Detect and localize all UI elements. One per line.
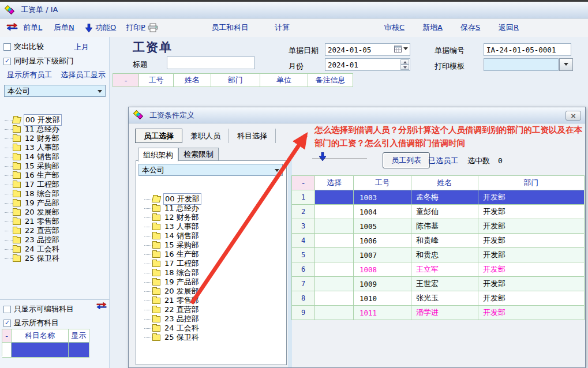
tree-item-11[interactable]: 11 总经办 [2,125,62,134]
tree-item-12[interactable]: 12 财务部 [2,134,62,143]
tree-item-16[interactable]: 16 生产部 [142,250,201,259]
tree-item-21[interactable]: 21 零售部 [142,296,201,305]
printer-icon[interactable] [147,23,159,34]
column-header[interactable]: 科目名称 [12,329,69,343]
tree-item-19[interactable]: 19 产品部 [142,277,201,287]
tree-item-22[interactable]: 22 直营部 [2,226,62,235]
spinner-down-icon[interactable] [400,65,409,70]
column-header[interactable]: 姓名 [174,74,211,87]
employee-id-cell: 1008 [354,262,411,277]
down-arrow-icon[interactable] [85,24,92,34]
tree-item-24[interactable]: 24 工会科 [2,245,62,254]
dropdown-arrow-icon[interactable] [403,47,408,52]
tree-item-21[interactable]: 21 零售部 [2,217,62,226]
tab-subject-select[interactable]: 科目选择 [229,129,276,143]
tree-item-14[interactable]: 14 销售部 [142,231,201,241]
selected-employees-link[interactable]: 已选员工 [428,156,458,166]
swap-icon[interactable] [96,302,107,311]
functions-button[interactable]: 功能O [95,22,116,33]
employee-list-button[interactable]: 员工列表 [383,152,430,168]
tree-item-11[interactable]: 11 总经办 [142,204,201,213]
last-month-link[interactable]: 上月 [74,42,89,52]
tree-item-23[interactable]: 23 品控部 [2,235,62,245]
column-header[interactable]: - [292,176,315,190]
subtab-org-structure[interactable]: 组织架构 [138,148,178,162]
close-icon[interactable]: × [565,111,581,121]
select-cell[interactable] [315,205,354,219]
select-cell[interactable] [315,262,354,277]
tree-item-23[interactable]: 23 品控部 [142,314,201,324]
column-header[interactable]: 部门 [211,74,260,87]
doc-no-input[interactable]: IA-24-01-05-0001 [484,43,571,56]
tree-item-17[interactable]: 17 工程部 [2,180,62,189]
month-input[interactable]: 2024-01 [325,58,410,71]
tab-part-time[interactable]: 兼职人员 [182,129,229,143]
staff-subjects-button[interactable]: 员工和科目 [211,22,249,33]
doc-date-input[interactable]: 2024-01-05 [325,43,410,56]
dropdown-arrow-icon[interactable] [559,58,573,71]
caption-input[interactable] [167,57,255,69]
add-button[interactable]: 新增A [422,22,443,33]
show-sub-depts-checkbox[interactable] [3,58,11,65]
column-header[interactable]: 单位 [260,74,308,87]
tree-item-00[interactable]: 00 开发部 [2,115,62,125]
column-header[interactable]: 部门 [478,176,585,190]
tree-item-16[interactable]: 16 生产部 [2,171,62,180]
column-header[interactable]: 工号 [354,176,411,190]
show-all-subjects-checkbox[interactable] [3,320,11,327]
column-header[interactable]: 选择 [315,176,354,190]
tree-item-15[interactable]: 15 采购部 [142,241,201,250]
select-cell[interactable] [315,306,354,320]
tree-item-20[interactable]: 20 发展部 [142,287,201,296]
print-template-select[interactable] [484,58,559,71]
calendar-icon[interactable] [394,46,402,54]
tree-item-12[interactable]: 12 财务部 [142,213,201,222]
audit-button[interactable]: 审核C [384,22,405,33]
next-doc-button[interactable]: 后单N [54,22,74,33]
company-select[interactable]: 本公司 [4,85,106,97]
tree-item-25[interactable]: 25 保卫科 [2,254,62,263]
print-button[interactable]: 打印P [126,22,145,33]
employee-filter-input[interactable] [312,147,367,159]
select-cell[interactable] [315,277,354,291]
tree-item-15[interactable]: 15 采购部 [2,162,62,171]
compare-checkbox[interactable] [3,43,11,51]
save-button[interactable]: 保存S [460,22,480,33]
show-all-staff-link[interactable]: 显示所有员工 [7,70,52,80]
column-header[interactable]: 工号 [139,74,174,87]
only-editable-checkbox[interactable] [3,306,11,313]
tree-item-20[interactable]: 20 发展部 [2,208,62,217]
tree-item-13[interactable]: 13 人事部 [142,222,201,231]
dialog-company-select[interactable]: 本公司 [138,164,283,176]
tree-item-18[interactable]: 18 综合部 [142,268,201,277]
select-cell[interactable] [315,190,354,205]
prev-doc-button[interactable]: 前单L [23,22,42,33]
select-cell[interactable] [315,248,354,262]
spinner-up-icon[interactable] [400,59,409,65]
column-header[interactable]: 姓名 [411,176,478,190]
tree-item-18[interactable]: 18 综合部 [2,189,62,198]
select-staff-link[interactable]: 选择员工显示 [61,70,106,80]
subtab-search-limit[interactable]: 检索限制 [178,148,219,161]
column-header[interactable]: - [2,329,12,343]
subject-show-cell[interactable] [69,343,89,358]
tree-item-13[interactable]: 13 人事部 [2,143,62,152]
calculate-button[interactable]: 计算 [275,22,290,33]
column-header[interactable]: 备注信息 [308,74,353,87]
tree-item-14[interactable]: 14 销售部 [2,152,62,162]
tree-item-00[interactable]: 00 开发部 [142,194,201,204]
tab-employee-select[interactable]: 员工选择 [135,129,182,143]
back-button[interactable]: 返回R [499,22,519,33]
select-cell[interactable] [315,291,354,306]
select-cell[interactable] [315,234,354,248]
select-cell[interactable] [315,219,354,234]
tree-item-19[interactable]: 19 产品部 [2,198,62,208]
subject-name-cell[interactable] [12,343,69,358]
column-header[interactable]: - [113,74,139,87]
tree-item-17[interactable]: 17 工程部 [142,259,201,268]
tree-item-24[interactable]: 24 工会科 [142,324,201,333]
tree-item-25[interactable]: 25 保卫科 [142,333,201,342]
column-header[interactable]: 显示 [69,329,89,343]
swap-icon[interactable] [6,23,18,33]
tree-item-22[interactable]: 22 直营部 [142,305,201,314]
